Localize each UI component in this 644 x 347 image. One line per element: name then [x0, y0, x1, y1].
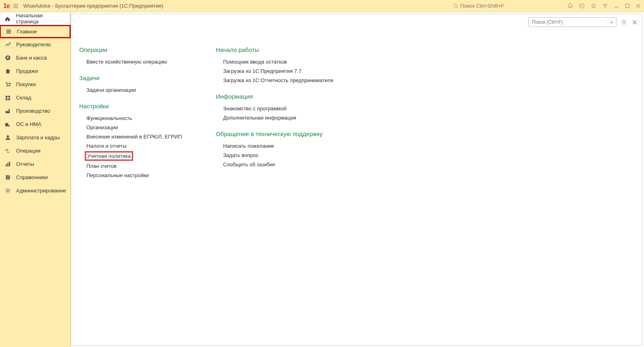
books-icon [4, 174, 11, 180]
section-head[interactable]: Обращение в техническую поддержку [216, 130, 333, 137]
section-head[interactable]: Операции [79, 46, 192, 53]
panel-close-icon[interactable] [631, 19, 638, 26]
home-icon [4, 16, 11, 22]
svg-point-5 [6, 86, 7, 87]
svg-text:Дт: Дт [5, 149, 8, 151]
sidebar-item-label: Справочники [16, 174, 48, 180]
content-column-1: ОперацииВвести хозяйственную операциюЗад… [79, 46, 192, 180]
clear-search-icon[interactable]: × [608, 19, 615, 25]
titlebar: 1e WiseAdvice - Бухгалтерия предприятия … [0, 0, 644, 12]
sidebar-item-label: Зарплата и кадры [16, 134, 60, 140]
maximize-icon[interactable] [625, 3, 630, 8]
window-controls [567, 3, 641, 9]
sidebar-item-label: Администрирование [16, 188, 66, 194]
sidebar-item-10[interactable]: ДтКтОперации [0, 144, 70, 157]
sidebar-item-7[interactable]: Производство [0, 104, 70, 118]
nav-link[interactable]: Организации [79, 123, 192, 132]
close-icon[interactable] [636, 3, 641, 8]
sidebar-item-label: Покупки [16, 81, 36, 87]
svg-point-0 [454, 4, 457, 7]
sidebar-item-11[interactable]: Отчеты [0, 157, 70, 171]
factory-icon [4, 108, 11, 114]
svg-rect-9 [5, 98, 7, 100]
sidebar-item-label: Руководителю [16, 41, 51, 48]
nav-link[interactable]: Задачи организации [79, 85, 192, 95]
minimize-icon[interactable] [614, 3, 619, 8]
history-icon[interactable] [579, 3, 585, 9]
panel-search[interactable]: × [528, 17, 617, 27]
section-head[interactable]: Информация [216, 93, 333, 100]
gear-icon [4, 188, 11, 194]
sidebar-item-label: Отчеты [16, 161, 34, 167]
global-search-input[interactable] [460, 3, 557, 9]
bell-icon[interactable] [567, 3, 573, 9]
nav-link[interactable]: Учетная политика [85, 151, 133, 161]
nav-link[interactable]: Знакомство с программой [216, 104, 333, 113]
nav-link[interactable]: Персональные настройки [79, 171, 192, 180]
sidebar-item-8[interactable]: ОС и НМА [0, 118, 70, 131]
sidebar-item-0[interactable]: Начальная страница [0, 12, 70, 25]
sidebar-item-4[interactable]: Продажи [0, 64, 70, 78]
sidebar-item-13[interactable]: Администрирование [0, 184, 70, 197]
svg-rect-8 [8, 96, 10, 98]
sidebar-item-5[interactable]: Покупки [0, 78, 70, 91]
svg-rect-19 [8, 176, 10, 180]
nav-link[interactable]: Помощник ввода остатков [216, 57, 333, 66]
nav-link[interactable]: Сообщить об ошибке [216, 160, 333, 169]
svg-text:₽: ₽ [7, 56, 9, 60]
cart-icon [4, 81, 11, 87]
app-logo-icon: 1e [3, 2, 10, 10]
main-menu-icon[interactable] [13, 3, 18, 9]
svg-rect-14 [5, 164, 6, 166]
sidebar-item-1[interactable]: Главное [0, 25, 71, 38]
nav-link[interactable]: Функциональность [79, 114, 192, 123]
star-icon[interactable] [591, 3, 597, 9]
filter-icon[interactable] [602, 3, 608, 9]
content-area: ОперацииВвести хозяйственную операциюЗад… [71, 14, 642, 188]
search-icon [453, 3, 459, 9]
svg-rect-15 [7, 163, 8, 166]
svg-point-6 [9, 86, 10, 87]
nav-link[interactable]: Написать пожелание [216, 141, 333, 151]
svg-point-11 [6, 135, 9, 138]
nav-link[interactable]: План счетов [79, 161, 192, 171]
sidebar-item-label: Банк и касса [16, 55, 47, 61]
bars-icon [4, 161, 11, 167]
section-head[interactable]: Настройки [79, 103, 192, 109]
panel-search-input[interactable] [530, 19, 608, 25]
nav-link[interactable]: Загрузка из 1С:Отчетность предпринимател… [216, 76, 333, 85]
section-head[interactable]: Начало работы [216, 46, 333, 53]
section-head[interactable]: Задачи [79, 74, 192, 81]
nav-link[interactable]: Внесение изменений в ЕГРЮЛ, ЕГРИП [79, 132, 192, 141]
svg-rect-7 [5, 96, 7, 98]
nav-link[interactable]: Задать вопрос [216, 151, 333, 160]
nav-link[interactable]: Загрузка из 1С:Предприятия 7.7 [216, 66, 333, 76]
content-column-2: Начало работыПомощник ввода остатковЗагр… [216, 46, 333, 180]
ruble-icon: ₽ [4, 55, 11, 61]
main-toolbar: × [528, 17, 638, 27]
window-title: WiseAdvice - Бухгалтерия предприятия (1С… [23, 3, 163, 9]
svg-rect-16 [9, 162, 10, 166]
sidebar-item-12[interactable]: Справочники [0, 171, 70, 184]
svg-rect-17 [6, 175, 7, 180]
nav-link[interactable]: Дополнительная информация [216, 113, 333, 122]
svg-text:Кт: Кт [7, 151, 9, 153]
svg-point-21 [623, 21, 625, 23]
nav-link[interactable]: Ввести хозяйственную операцию [79, 57, 192, 66]
sidebar-item-9[interactable]: Зарплата и кадры [0, 131, 70, 144]
sidebar: Начальная страницаГлавноеРуководителю₽Ба… [0, 12, 71, 347]
sidebar-item-label: Операции [16, 148, 41, 154]
bag-icon [4, 68, 11, 74]
sidebar-item-label: ОС и НМА [16, 121, 41, 127]
person-icon [4, 134, 11, 140]
nav-link[interactable]: Налоги и отчеты [79, 141, 192, 151]
main-panel: × ОперацииВвести хозяйственную операциюЗ… [71, 14, 642, 345]
sidebar-item-3[interactable]: ₽Банк и касса [0, 51, 70, 64]
boxes-icon [4, 95, 11, 101]
sidebar-item-6[interactable]: Склад [0, 91, 70, 104]
svg-rect-2 [626, 4, 629, 8]
global-search[interactable] [451, 3, 563, 9]
gear-icon[interactable] [620, 18, 628, 26]
sidebar-item-2[interactable]: Руководителю [0, 38, 70, 51]
dtkt-icon: ДтКт [4, 148, 11, 154]
